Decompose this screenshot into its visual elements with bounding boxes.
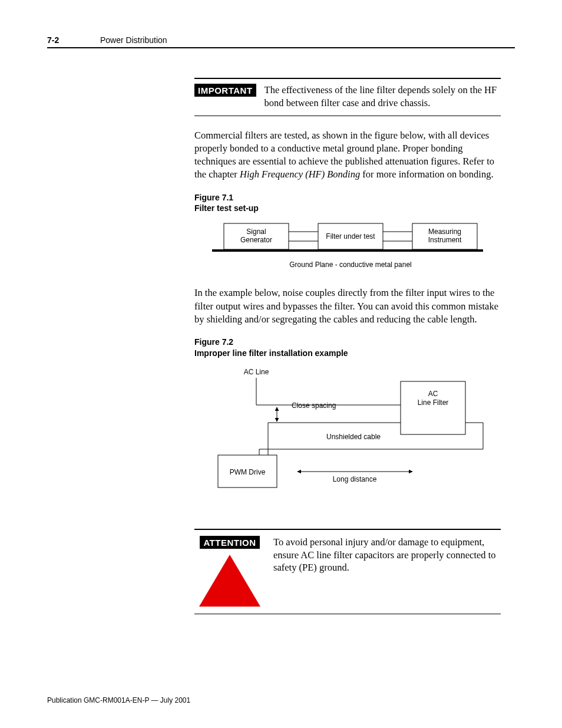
fig2-caption-line1: Figure 7.2 xyxy=(194,337,233,347)
figure-1-caption: Figure 7.1 Filter test set-up xyxy=(194,192,501,215)
page-number: 7-2 xyxy=(47,35,100,45)
fig1-caption-line1: Figure 7.1 xyxy=(194,193,233,202)
chapter-title: Power Distribution xyxy=(100,35,167,45)
fig2-long-distance-label: Long distance xyxy=(333,475,377,483)
fig1-box1-line2: Generator xyxy=(240,236,272,244)
fig1-box1-line1: Signal xyxy=(246,228,266,236)
fig2-unshielded-label: Unshielded cable xyxy=(326,433,381,441)
fig2-ac-line-label: AC Line xyxy=(244,368,269,376)
fig1-box2-text: Filter under test xyxy=(326,232,375,241)
important-text: The effectiveness of the line filter dep… xyxy=(265,84,501,110)
fig1-box3-line2: Instrument xyxy=(428,236,462,244)
attention-tag: ATTENTION xyxy=(200,536,259,549)
fig2-filter-line1: AC xyxy=(428,390,438,398)
fig1-ground-label: Ground Plane - conductive metal panel xyxy=(289,261,411,269)
para1-italic: High Frequency (HF) Bonding xyxy=(240,169,360,180)
svg-rect-0 xyxy=(212,249,483,252)
fig2-filter-line2: Line Filter xyxy=(418,398,449,407)
attention-text: To avoid personal injury and/or damage t… xyxy=(273,536,501,574)
fig1-caption-line2: Filter test set-up xyxy=(194,203,259,213)
paragraph-2: In the example below, noise couples dire… xyxy=(194,286,501,326)
fig2-pwm-drive-label: PWM Drive xyxy=(230,468,266,476)
fig2-caption-line2: Improper line filter installation exampl… xyxy=(194,348,348,358)
page: 7-2 Power Distribution IMPORTANT The eff… xyxy=(0,0,562,728)
warning-triangle-icon xyxy=(199,555,260,607)
important-tag: IMPORTANT xyxy=(194,84,256,97)
important-callout: IMPORTANT The effectiveness of the line … xyxy=(194,78,501,116)
page-header: 7-2 Power Distribution xyxy=(47,35,515,48)
fig1-box3-line1: Measuring xyxy=(428,228,461,236)
paragraph-1: Commercial filters are tested, as shown … xyxy=(194,129,501,182)
figure-1-diagram: Signal Generator Filter under test Measu… xyxy=(194,219,501,275)
figure-2-caption: Figure 7.2 Improper line filter installa… xyxy=(194,337,501,359)
para1-part-b: for more information on bonding. xyxy=(360,169,493,180)
attention-callout: ATTENTION To avoid personal injury and/o… xyxy=(194,529,501,614)
figure-2-diagram: AC Line AC Line Filter Close spacing Uns… xyxy=(194,364,501,505)
publication-footer: Publication GMC-RM001A-EN-P — July 2001 xyxy=(47,696,190,704)
fig2-close-spacing-label: Close spacing xyxy=(292,401,336,410)
content-column: IMPORTANT The effectiveness of the line … xyxy=(194,78,501,614)
